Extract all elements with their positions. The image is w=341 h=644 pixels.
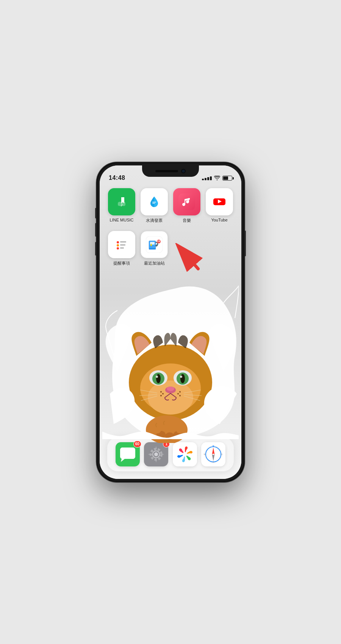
front-camera <box>181 169 186 173</box>
mizudrop-icon <box>141 188 168 215</box>
reminders-label: 提醒事項 <box>113 260 130 266</box>
svg-line-24 <box>185 254 198 269</box>
svg-rect-3 <box>152 203 155 204</box>
svg-rect-22 <box>159 240 160 242</box>
svg-point-33 <box>180 374 185 383</box>
svg-point-55 <box>161 424 169 431</box>
status-icons <box>202 175 232 181</box>
apple-music-icon <box>173 188 200 215</box>
svg-point-54 <box>153 427 161 433</box>
svg-point-37 <box>167 387 174 391</box>
svg-point-39 <box>162 393 164 395</box>
photos-icon <box>173 442 197 466</box>
app-youtube[interactable]: YouTube <box>205 188 234 223</box>
gas-station-label: 最近加油站 <box>144 260 165 266</box>
svg-point-9 <box>117 241 119 243</box>
line-music-icon: ♪ <box>108 188 135 215</box>
wifi-icon <box>214 175 220 181</box>
line-music-label: LINE MUSIC <box>110 218 134 222</box>
phone-frame: 14:48 <box>97 162 244 482</box>
safari-icon: N S E W <box>201 442 225 466</box>
app-line-music[interactable]: ♪ LINE MUSIC <box>107 188 136 223</box>
youtube-icon <box>206 188 233 215</box>
signal-icon <box>202 176 212 180</box>
svg-point-11 <box>117 244 119 246</box>
svg-point-57 <box>176 427 184 433</box>
svg-point-63 <box>154 452 158 456</box>
battery-icon <box>222 176 232 181</box>
svg-text:♪: ♪ <box>120 201 123 207</box>
power-button[interactable] <box>244 231 246 256</box>
app-mizudrop[interactable]: 水滴發票 <box>140 188 169 223</box>
svg-text:W: W <box>204 453 206 455</box>
svg-point-41 <box>179 391 181 393</box>
svg-rect-12 <box>120 245 125 245</box>
svg-rect-17 <box>150 242 155 245</box>
app-apple-music[interactable]: 音樂 <box>172 188 201 223</box>
dock-safari[interactable]: N S E W <box>201 442 225 466</box>
mizudrop-label: 水滴發票 <box>146 218 163 223</box>
svg-point-35 <box>180 376 182 378</box>
volume-up-button[interactable] <box>95 223 97 237</box>
mute-button[interactable] <box>95 208 97 218</box>
svg-point-38 <box>160 391 162 393</box>
volume-down-button[interactable] <box>95 242 97 256</box>
speaker <box>155 170 178 172</box>
app-grid: ♪ LINE MUSIC <box>107 188 234 266</box>
dock-settings[interactable]: 1 <box>144 442 168 466</box>
svg-point-65 <box>183 452 187 457</box>
svg-rect-10 <box>120 242 126 242</box>
apple-music-label: 音樂 <box>183 218 191 223</box>
dock-photos[interactable] <box>173 442 197 466</box>
app-gas-station[interactable]: 最近加油站 <box>140 231 169 266</box>
home-screen: 14:48 <box>100 165 241 479</box>
gas-station-icon <box>141 231 168 258</box>
svg-text:N: N <box>213 445 214 447</box>
svg-point-42 <box>177 393 179 395</box>
app-reminders[interactable]: 提醒事項 <box>107 231 136 266</box>
svg-rect-14 <box>120 248 124 248</box>
svg-point-40 <box>160 395 162 396</box>
notch <box>142 165 199 177</box>
svg-point-13 <box>117 247 119 249</box>
svg-rect-2 <box>152 202 156 203</box>
svg-point-43 <box>179 395 181 396</box>
svg-point-34 <box>156 376 158 378</box>
status-time: 14:48 <box>109 175 125 181</box>
phone-screen: 14:48 <box>100 165 241 479</box>
dock-messages[interactable]: 60 <box>116 442 140 466</box>
youtube-label: YouTube <box>211 218 227 222</box>
svg-point-32 <box>156 374 161 383</box>
svg-rect-21 <box>158 240 158 242</box>
reminders-icon <box>108 231 135 258</box>
svg-point-20 <box>157 240 161 243</box>
svg-point-56 <box>169 424 176 431</box>
svg-rect-19 <box>149 248 156 249</box>
tiger-wallpaper <box>102 280 239 443</box>
red-arrow-annotation <box>174 243 204 273</box>
svg-point-27 <box>148 380 193 415</box>
